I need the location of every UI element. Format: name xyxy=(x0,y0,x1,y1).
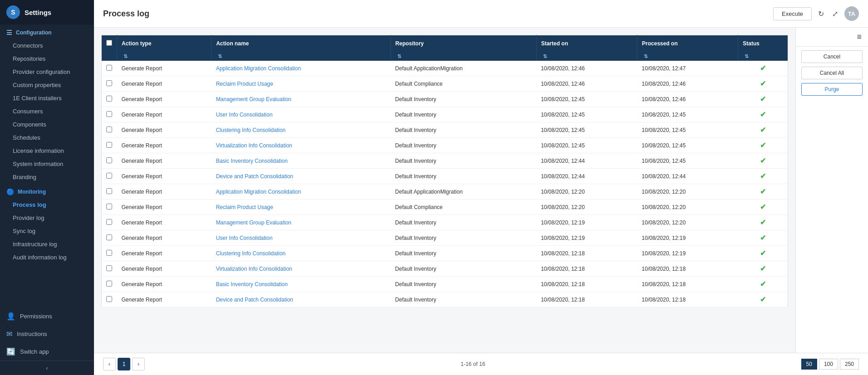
action-name-link[interactable]: Application Migration Consolidation xyxy=(216,189,301,195)
action-name-link[interactable]: Virtualization Info Consolidation xyxy=(216,266,292,272)
sidebar-item-provider-configuration[interactable]: Provider configuration xyxy=(0,65,94,78)
sidebar-item-consumers[interactable]: Consumers xyxy=(0,105,94,118)
cell-action-name[interactable]: Basic Inventory Consolidation xyxy=(212,277,391,292)
sidebar-item-1e-client-installers[interactable]: 1E Client installers xyxy=(0,92,94,105)
cell-action-name[interactable]: Virtualization Info Consolidation xyxy=(212,138,391,153)
action-name-link[interactable]: Reclaim Product Usage xyxy=(216,204,273,210)
cell-action-name[interactable]: Management Group Evaluation xyxy=(212,92,391,107)
sidebar-item-switch-app[interactable]: 🔄 Switch app xyxy=(0,343,94,360)
cell-action-name[interactable]: Management Group Evaluation xyxy=(212,215,391,230)
cell-action-name[interactable]: Virtualization Info Consolidation xyxy=(212,261,391,277)
row-checkbox-cell[interactable] xyxy=(102,61,117,76)
sidebar-item-custom-properties[interactable]: Custom properties xyxy=(0,78,94,92)
sort-repository[interactable]: ⇅ xyxy=(390,52,536,61)
row-checkbox[interactable] xyxy=(106,173,112,179)
prev-page-button[interactable]: ‹ xyxy=(103,358,116,370)
sidebar-item-provider-log[interactable]: Provider log xyxy=(0,211,94,224)
user-avatar[interactable]: TA xyxy=(844,6,859,21)
cell-action-name[interactable]: Device and Patch Consolidation xyxy=(212,292,391,307)
action-name-link[interactable]: User Info Consolidation xyxy=(216,235,273,241)
row-checkbox-cell[interactable] xyxy=(102,277,117,292)
action-name-link[interactable]: Application Migration Consolidation xyxy=(216,65,301,72)
action-name-link[interactable]: Device and Patch Consolidation xyxy=(216,297,293,303)
sort-processed-on[interactable]: ⇅ xyxy=(637,52,738,61)
action-name-link[interactable]: Reclaim Product Usage xyxy=(216,81,273,87)
action-name-link[interactable]: Clustering Info Consolidation xyxy=(216,250,286,257)
col-action-type[interactable]: Action type xyxy=(117,35,212,52)
row-checkbox-cell[interactable] xyxy=(102,153,117,169)
sidebar-item-instructions[interactable]: ✉ Instructions xyxy=(0,325,94,343)
cell-action-name[interactable]: Reclaim Product Usage xyxy=(212,76,391,92)
action-name-link[interactable]: Virtualization Info Consolidation xyxy=(216,142,292,149)
cell-action-name[interactable]: Clustering Info Consolidation xyxy=(212,246,391,261)
row-checkbox[interactable] xyxy=(106,157,112,163)
refresh-button[interactable]: ↻ xyxy=(816,8,826,20)
sidebar-item-system-information[interactable]: System information xyxy=(0,157,94,170)
row-checkbox-cell[interactable] xyxy=(102,184,117,200)
cell-action-name[interactable]: Reclaim Product Usage xyxy=(212,200,391,215)
sort-action-type[interactable]: ⇅ xyxy=(117,52,212,61)
cell-action-name[interactable]: Basic Inventory Consolidation xyxy=(212,153,391,169)
row-checkbox[interactable] xyxy=(106,250,112,256)
sidebar-item-sync-log[interactable]: Sync log xyxy=(0,224,94,238)
col-processed-on[interactable]: Processed on xyxy=(637,35,738,52)
col-action-name[interactable]: Action name xyxy=(212,35,391,52)
sort-started-on[interactable]: ⇅ xyxy=(536,52,637,61)
row-checkbox-cell[interactable] xyxy=(102,215,117,230)
page-size-50[interactable]: 50 xyxy=(801,359,817,370)
sidebar-section-configuration[interactable]: ☰ Configuration xyxy=(0,24,94,39)
cell-action-name[interactable]: Clustering Info Consolidation xyxy=(212,122,391,138)
sidebar-item-infrastructure-log[interactable]: Infrastructure log xyxy=(0,238,94,251)
next-page-button[interactable]: › xyxy=(132,358,145,370)
action-name-link[interactable]: Device and Patch Consolidation xyxy=(216,173,293,180)
action-name-link[interactable]: Management Group Evaluation xyxy=(216,96,291,102)
row-checkbox-cell[interactable] xyxy=(102,261,117,277)
col-repository[interactable]: Repository xyxy=(390,35,536,52)
cell-action-name[interactable]: User Info Consolidation xyxy=(212,230,391,246)
sidebar-item-permissions[interactable]: 👤 Permissions xyxy=(0,307,94,325)
col-started-on[interactable]: Started on xyxy=(536,35,637,52)
action-name-link[interactable]: Clustering Info Consolidation xyxy=(216,127,286,133)
expand-button[interactable]: ⤢ xyxy=(830,8,840,20)
sidebar-item-branding[interactable]: Branding xyxy=(0,170,94,184)
sidebar-item-components[interactable]: Components xyxy=(0,118,94,131)
row-checkbox-cell[interactable] xyxy=(102,138,117,153)
cell-action-name[interactable]: Application Migration Consolidation xyxy=(212,184,391,200)
action-name-link[interactable]: User Info Consolidation xyxy=(216,112,273,118)
row-checkbox-cell[interactable] xyxy=(102,200,117,215)
action-name-link[interactable]: Basic Inventory Consolidation xyxy=(216,158,288,164)
sidebar-item-process-log[interactable]: Process log xyxy=(0,198,94,211)
row-checkbox[interactable] xyxy=(106,80,112,86)
sidebar-item-connectors[interactable]: Connectors xyxy=(0,39,94,52)
sidebar-collapse-button[interactable]: ‹ xyxy=(0,360,94,375)
sort-action-name[interactable]: ⇅ xyxy=(212,52,391,61)
cell-action-name[interactable]: Application Migration Consolidation xyxy=(212,61,391,76)
page-1-button[interactable]: 1 xyxy=(118,358,130,370)
row-checkbox-cell[interactable] xyxy=(102,122,117,138)
sidebar-item-schedules[interactable]: Schedules xyxy=(0,131,94,144)
row-checkbox[interactable] xyxy=(106,96,112,102)
row-checkbox[interactable] xyxy=(106,265,112,271)
sidebar-item-audit-information-log[interactable]: Audit information log xyxy=(0,251,94,264)
row-checkbox[interactable] xyxy=(106,204,112,209)
row-checkbox[interactable] xyxy=(106,188,112,194)
select-all-checkbox[interactable] xyxy=(106,40,112,46)
sidebar-item-license-information[interactable]: License information xyxy=(0,144,94,157)
row-checkbox-cell[interactable] xyxy=(102,230,117,246)
col-status[interactable]: Status xyxy=(738,35,788,52)
right-panel-menu[interactable]: ≡ xyxy=(796,28,868,47)
cell-action-name[interactable]: Device and Patch Consolidation xyxy=(212,169,391,184)
page-size-100[interactable]: 100 xyxy=(819,359,838,370)
row-checkbox[interactable] xyxy=(106,234,112,240)
row-checkbox-cell[interactable] xyxy=(102,169,117,184)
row-checkbox-cell[interactable] xyxy=(102,107,117,122)
row-checkbox[interactable] xyxy=(106,127,112,132)
execute-button[interactable]: Execute xyxy=(773,7,812,20)
page-size-250[interactable]: 250 xyxy=(840,359,859,370)
row-checkbox[interactable] xyxy=(106,142,112,148)
row-checkbox-cell[interactable] xyxy=(102,246,117,261)
sidebar-item-repositories[interactable]: Repositories xyxy=(0,52,94,65)
cancel-button[interactable]: Cancel xyxy=(801,50,863,63)
cell-action-name[interactable]: User Info Consolidation xyxy=(212,107,391,122)
row-checkbox[interactable] xyxy=(106,219,112,225)
